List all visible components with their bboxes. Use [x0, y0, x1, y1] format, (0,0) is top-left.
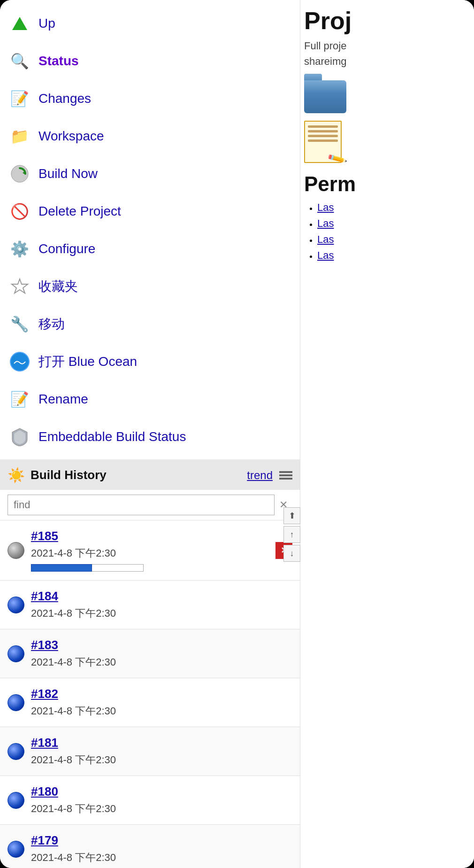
search-row: ✕: [0, 490, 300, 520]
search-input[interactable]: [8, 495, 275, 515]
build-time-181: 2021-4-8 下午2:30: [31, 754, 116, 766]
blue-ocean-icon: [8, 349, 32, 374]
nav-label-blue-ocean: 打开 Blue Ocean: [38, 353, 137, 371]
build-entry-179: #179 2021-4-8 下午2:30: [0, 824, 300, 868]
build-ball-184: [8, 597, 24, 613]
nav-item-status[interactable]: 🔍 Status: [0, 42, 300, 80]
perm-link-4[interactable]: Las: [317, 249, 334, 261]
build-info-181: #181 2021-4-8 下午2:30: [31, 736, 292, 767]
build-history-sun-icon: ☀️: [8, 467, 25, 483]
build-now-icon: [8, 162, 32, 186]
build-num-182[interactable]: #182: [31, 687, 292, 701]
build-entry-181: #181 2021-4-8 下午2:30: [0, 727, 300, 775]
scroll-top-button[interactable]: ⬆: [283, 507, 300, 524]
build-num-179[interactable]: #179: [31, 833, 292, 848]
folder-icon-area: [304, 80, 470, 113]
trend-bar-icon: [279, 471, 292, 480]
nav-item-changes[interactable]: 📝 Changes: [0, 80, 300, 117]
nav-item-favorites[interactable]: 收藏夹: [0, 268, 300, 305]
nav-label-delete: Delete Project: [38, 204, 121, 219]
delete-icon: 🚫: [8, 199, 32, 224]
embeddable-icon: [8, 425, 32, 449]
build-time-180: 2021-4-8 下午2:30: [31, 803, 116, 814]
build-ball-181: [8, 743, 24, 760]
notepad-line: [308, 130, 338, 132]
build-info-180: #180 2021-4-8 下午2:30: [31, 784, 292, 816]
build-ball-179: [8, 841, 24, 858]
project-subtitle-1: Full proje: [304, 38, 470, 54]
left-panel: Up 🔍 Status 📝 Changes 📁 Workspace: [0, 0, 300, 868]
nav-label-embeddable: Embeddable Build Status: [38, 429, 186, 444]
nav-item-build-now[interactable]: Build Now: [0, 155, 300, 193]
build-info-185: #185 2021-4-8 下午2:30: [31, 529, 272, 572]
perm-link-3[interactable]: Las: [317, 233, 334, 245]
notepad-icon: ✏️: [304, 121, 342, 163]
nav-item-configure[interactable]: ⚙️ Configure: [0, 230, 300, 268]
nav-item-embeddable[interactable]: Embeddable Build Status: [0, 418, 300, 456]
build-num-184[interactable]: #184: [31, 589, 292, 604]
project-subtitle-2: shareimg: [304, 54, 470, 69]
perm-item-2: Las: [317, 217, 470, 230]
build-history-section: ☀️ Build History trend ✕ #185 2021: [0, 459, 300, 868]
phone-frame: Up 🔍 Status 📝 Changes 📁 Workspace: [0, 0, 474, 868]
svg-marker-2: [12, 279, 28, 293]
progress-filled: [31, 564, 92, 572]
notepad-line: [308, 125, 338, 128]
perm-item-1: Las: [317, 202, 470, 214]
up-arrow-icon: [8, 11, 32, 36]
nav-item-delete[interactable]: 🚫 Delete Project: [0, 193, 300, 230]
scroll-up-button[interactable]: ↑: [283, 526, 300, 543]
nav-label-up: Up: [38, 16, 55, 31]
notepad-line: [308, 140, 338, 142]
favorites-icon: [8, 274, 32, 299]
build-entry-184: #184 2021-4-8 下午2:30: [0, 580, 300, 629]
build-entry-183: #183 2021-4-8 下午2:30: [0, 629, 300, 678]
build-ball-185: [8, 542, 24, 559]
build-entry-180: #180 2021-4-8 下午2:30: [0, 775, 300, 824]
nav-item-blue-ocean[interactable]: 打开 Blue Ocean: [0, 343, 300, 380]
perm-link-2[interactable]: Las: [317, 217, 334, 229]
changes-icon: 📝: [8, 86, 32, 111]
build-info-179: #179 2021-4-8 下午2:30: [31, 833, 292, 865]
scroll-arrows: ⬆ ↑ ↓: [283, 507, 300, 562]
build-entry-182: #182 2021-4-8 下午2:30: [0, 678, 300, 727]
build-time-185: 2021-4-8 下午2:30: [31, 547, 116, 559]
nav-item-up[interactable]: Up: [0, 5, 300, 42]
nav-label-rename: Rename: [38, 392, 88, 407]
build-time-179: 2021-4-8 下午2:30: [31, 852, 116, 863]
build-time-183: 2021-4-8 下午2:30: [31, 656, 116, 668]
status-icon: 🔍: [8, 49, 32, 73]
build-info-184: #184 2021-4-8 下午2:30: [31, 589, 292, 620]
project-title: Proj: [304, 8, 470, 34]
scroll-down-button[interactable]: ↓: [283, 545, 300, 562]
build-num-185[interactable]: #185: [31, 529, 272, 543]
nav-label-build-now: Build Now: [38, 166, 98, 181]
rename-icon: 📝: [8, 387, 32, 411]
folder-shape: [304, 80, 346, 113]
nav-label-changes: Changes: [38, 91, 91, 106]
nav-item-rename[interactable]: 📝 Rename: [0, 380, 300, 418]
nav-label-status: Status: [38, 54, 79, 69]
build-num-183[interactable]: #183: [31, 638, 292, 652]
build-num-181[interactable]: #181: [31, 736, 292, 750]
trend-link[interactable]: trend: [247, 469, 273, 482]
pen-icon: ✏️: [326, 148, 348, 170]
build-entry-185: #185 2021-4-8 下午2:30: [0, 520, 300, 580]
build-info-183: #183 2021-4-8 下午2:30: [31, 638, 292, 669]
perm-title: Perm: [304, 172, 470, 196]
perm-list: Las Las Las Las: [304, 202, 470, 262]
workspace-icon: 📁: [8, 124, 32, 148]
nav-item-move[interactable]: 🔧 移动: [0, 305, 300, 343]
build-history-header: ☀️ Build History trend: [0, 459, 300, 490]
perm-link-1[interactable]: Las: [317, 202, 334, 213]
nav-item-workspace[interactable]: 📁 Workspace: [0, 117, 300, 155]
configure-icon: ⚙️: [8, 237, 32, 261]
build-num-180[interactable]: #180: [31, 784, 292, 799]
folder-tab: [304, 74, 322, 80]
move-icon: 🔧: [8, 312, 32, 336]
build-progress-185: [31, 564, 272, 572]
nav-label-favorites: 收藏夹: [38, 278, 78, 295]
progress-empty: [92, 564, 144, 572]
build-time-182: 2021-4-8 下午2:30: [31, 705, 116, 717]
perm-item-4: Las: [317, 249, 470, 262]
